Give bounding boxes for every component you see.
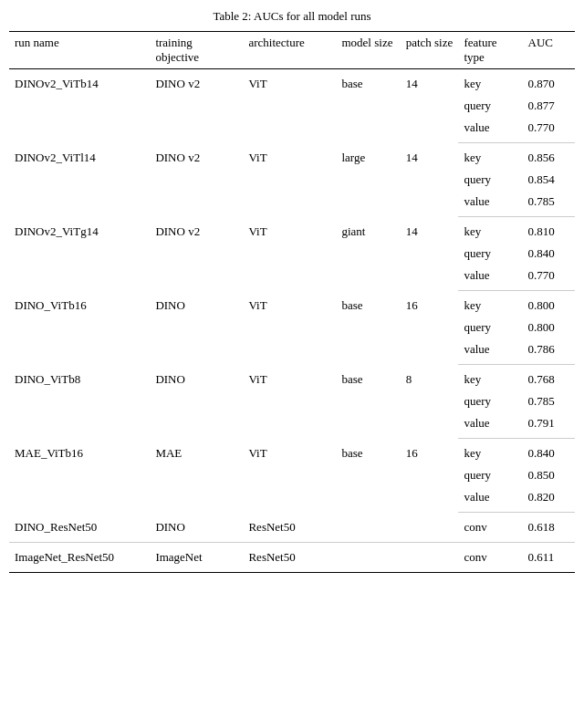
table-row: DINOv2_ViTl14DINO v2ViTlarge14key0.856	[9, 143, 575, 170]
cell-run-name: DINOv2_ViTl14	[9, 143, 150, 217]
cell-run-name: MAE_ViTb16	[9, 439, 150, 513]
cell-auc: 0.611	[523, 543, 575, 573]
cell-model-size: large	[336, 143, 400, 217]
cell-auc: 0.850	[523, 464, 575, 486]
table-row: ImageNet_ResNet50ImageNetResNet50conv0.6…	[9, 543, 575, 573]
cell-auc: 0.810	[523, 217, 575, 244]
cell-feature-type: query	[458, 169, 522, 191]
cell-auc: 0.800	[523, 317, 575, 338]
table-title: Table 2: AUCs for all model runs	[0, 9, 584, 24]
cell-feature-type: query	[458, 317, 522, 338]
cell-architecture: ResNet50	[243, 543, 336, 573]
cell-auc: 0.856	[523, 143, 575, 170]
cell-auc: 0.840	[523, 439, 575, 465]
cell-patch-size	[401, 513, 459, 543]
col-header-model-size: model size	[336, 32, 400, 69]
cell-auc: 0.800	[523, 291, 575, 317]
cell-feature-type: query	[458, 464, 522, 486]
cell-feature-type: key	[458, 365, 522, 391]
cell-feature-type: query	[458, 243, 522, 265]
table-row: DINOv2_ViTb14DINO v2ViTbase14key0.870	[9, 69, 575, 96]
table-row: DINO_ViTb8DINOViTbase8key0.768	[9, 365, 575, 391]
cell-model-size: giant	[336, 217, 400, 291]
cell-auc: 0.770	[523, 265, 575, 291]
results-table: run name training objective architecture…	[9, 31, 575, 573]
cell-architecture: ViT	[243, 143, 336, 217]
cell-run-name: ImageNet_ResNet50	[9, 543, 150, 573]
cell-feature-type: key	[458, 291, 522, 317]
cell-run-name: DINO_ViTb16	[9, 291, 150, 365]
cell-run-name: DINOv2_ViTb14	[9, 69, 150, 143]
cell-architecture: ViT	[243, 217, 336, 291]
cell-training-objective: DINO	[150, 513, 243, 543]
cell-feature-type: key	[458, 69, 522, 96]
cell-model-size: base	[336, 69, 400, 143]
col-header-auc: AUC	[523, 32, 575, 69]
cell-feature-type: query	[458, 390, 522, 412]
cell-patch-size	[401, 543, 459, 573]
cell-patch-size: 16	[401, 439, 459, 513]
cell-architecture: ResNet50	[243, 513, 336, 543]
table-row: DINOv2_ViTg14DINO v2ViTgiant14key0.810	[9, 217, 575, 244]
cell-model-size: base	[336, 291, 400, 365]
cell-auc: 0.785	[523, 390, 575, 412]
cell-auc: 0.768	[523, 365, 575, 391]
col-header-patch-size: patch size	[401, 32, 459, 69]
cell-training-objective: DINO v2	[150, 69, 243, 143]
cell-auc: 0.785	[523, 191, 575, 217]
cell-architecture: ViT	[243, 69, 336, 143]
table-row: DINO_ViTb16DINOViTbase16key0.800	[9, 291, 575, 317]
cell-patch-size: 16	[401, 291, 459, 365]
cell-feature-type: key	[458, 439, 522, 465]
table-row: MAE_ViTb16MAEViTbase16key0.840	[9, 439, 575, 465]
cell-feature-type: key	[458, 217, 522, 244]
cell-patch-size: 14	[401, 217, 459, 291]
cell-run-name: DINO_ViTb8	[9, 365, 150, 439]
cell-auc: 0.840	[523, 243, 575, 265]
cell-feature-type: value	[458, 412, 522, 439]
col-header-run: run name	[9, 32, 150, 69]
cell-auc: 0.820	[523, 486, 575, 513]
cell-model-size: base	[336, 439, 400, 513]
cell-auc: 0.770	[523, 117, 575, 143]
cell-feature-type: value	[458, 338, 522, 365]
cell-architecture: ViT	[243, 365, 336, 439]
cell-feature-type: query	[458, 95, 522, 117]
cell-training-objective: DINO	[150, 291, 243, 365]
cell-auc: 0.786	[523, 338, 575, 365]
cell-auc: 0.854	[523, 169, 575, 191]
col-header-feature-type: feature type	[458, 32, 522, 69]
cell-feature-type: conv	[458, 513, 522, 543]
cell-feature-type: value	[458, 117, 522, 143]
cell-feature-type: key	[458, 143, 522, 170]
cell-run-name: DINO_ResNet50	[9, 513, 150, 543]
cell-feature-type: value	[458, 486, 522, 513]
cell-auc: 0.877	[523, 95, 575, 117]
cell-patch-size: 14	[401, 69, 459, 143]
cell-model-size: base	[336, 365, 400, 439]
table-header-row: run name training objective architecture…	[9, 32, 575, 69]
cell-patch-size: 8	[401, 365, 459, 439]
cell-architecture: ViT	[243, 439, 336, 513]
table-row: DINO_ResNet50DINOResNet50conv0.618	[9, 513, 575, 543]
cell-feature-type: conv	[458, 543, 522, 573]
cell-feature-type: value	[458, 265, 522, 291]
cell-auc: 0.870	[523, 69, 575, 96]
col-header-training: training objective	[150, 32, 243, 69]
cell-training-objective: DINO v2	[150, 217, 243, 291]
cell-training-objective: ImageNet	[150, 543, 243, 573]
cell-auc: 0.618	[523, 513, 575, 543]
col-header-architecture: architecture	[243, 32, 336, 69]
cell-model-size	[336, 513, 400, 543]
cell-training-objective: DINO	[150, 365, 243, 439]
cell-auc: 0.791	[523, 412, 575, 439]
cell-training-objective: DINO v2	[150, 143, 243, 217]
cell-feature-type: value	[458, 191, 522, 217]
cell-model-size	[336, 543, 400, 573]
cell-architecture: ViT	[243, 291, 336, 365]
cell-patch-size: 14	[401, 143, 459, 217]
cell-run-name: DINOv2_ViTg14	[9, 217, 150, 291]
cell-training-objective: MAE	[150, 439, 243, 513]
